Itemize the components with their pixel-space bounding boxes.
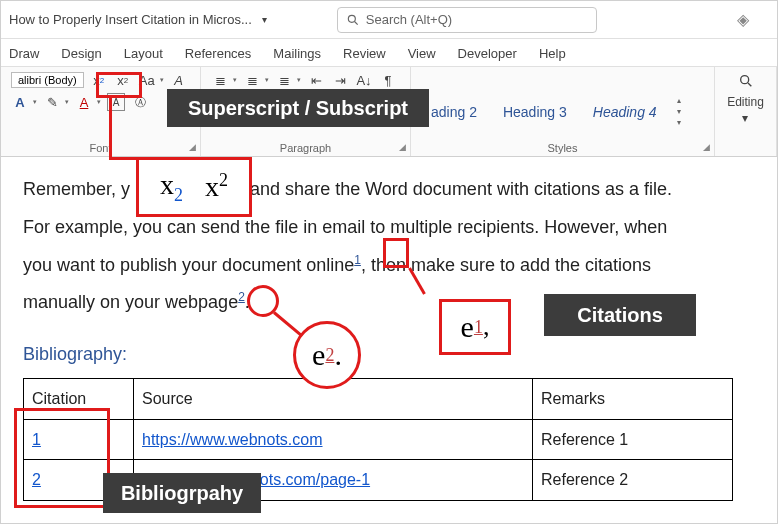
ribbon-tabs: Draw Design Layout References Mailings R…	[1, 39, 777, 67]
annot-label-biblio: Bibliogrpahy	[103, 473, 261, 513]
annot-box-e1	[383, 238, 409, 268]
chevron-down-icon: ▾	[97, 98, 101, 106]
svg-line-1	[355, 21, 358, 24]
editing-label: Editing	[727, 95, 764, 109]
remark: Reference 2	[533, 460, 733, 501]
dialog-launcher-icon[interactable]: ◢	[399, 142, 406, 152]
text-effects-icon[interactable]: A	[11, 93, 29, 111]
font-color-icon[interactable]: A	[75, 93, 93, 111]
search-icon	[346, 13, 360, 27]
title-dropdown-icon[interactable]: ▾	[262, 14, 267, 25]
style-heading2[interactable]: ading 2	[431, 104, 477, 120]
chevron-down-icon: ▾	[65, 98, 69, 106]
svg-point-0	[348, 15, 355, 22]
editing-group[interactable]: Editing ▾	[715, 67, 777, 156]
annot-label-citations: Citations	[544, 294, 696, 336]
svg-point-2	[740, 76, 748, 84]
styles-group: ading 2 Heading 3 Heading 4 ▴▾▾ Styles ◢	[411, 67, 715, 156]
tab-layout[interactable]: Layout	[124, 46, 163, 66]
show-marks-icon[interactable]: ¶	[379, 71, 397, 89]
bibliography-heading: Bibliography:	[23, 336, 755, 374]
paragraph-line: Remember, y and share the Word document …	[23, 171, 755, 209]
sort-icon[interactable]: A↓	[355, 71, 373, 89]
indent-left-icon[interactable]: ⇤	[307, 71, 325, 89]
col-remarks: Remarks	[533, 378, 733, 419]
annot-zoom-super-sub: x2 x2	[136, 157, 252, 217]
tab-view[interactable]: View	[408, 46, 436, 66]
annot-connector	[109, 98, 112, 160]
multilevel-icon[interactable]: ≣	[275, 71, 293, 89]
group-label-styles: Styles	[421, 140, 704, 154]
text-run: Remember, y	[23, 179, 130, 199]
citation-ref-1[interactable]: 1	[354, 253, 361, 267]
dialog-launcher-icon[interactable]: ◢	[189, 142, 196, 152]
search-placeholder: Search (Alt+Q)	[366, 12, 452, 27]
numbering-icon[interactable]: ≣	[243, 71, 261, 89]
text-run: manually on your webpage	[23, 292, 238, 312]
group-label-font: Font	[11, 140, 190, 154]
source-link[interactable]: bnots.com/page-1	[242, 471, 370, 488]
annot-label-super-sub: Superscript / Subscript	[167, 89, 429, 127]
tab-review[interactable]: Review	[343, 46, 386, 66]
group-label-paragraph: Paragraph	[211, 140, 400, 154]
chevron-down-icon: ▾	[33, 98, 37, 106]
text-run: you want to publish your document onlin	[23, 255, 344, 275]
zoom-x-sub: x2	[160, 169, 183, 206]
tab-draw[interactable]: Draw	[9, 46, 39, 66]
indent-right-icon[interactable]: ⇥	[331, 71, 349, 89]
highlight-icon[interactable]: ✎	[43, 93, 61, 111]
window-title: How to Properly Insert Citation in Micro…	[9, 12, 252, 27]
search-input[interactable]: Search (Alt+Q)	[337, 7, 597, 33]
style-heading3[interactable]: Heading 3	[503, 104, 567, 120]
find-icon	[738, 73, 754, 89]
annot-box-biblio	[14, 408, 110, 508]
bullets-icon[interactable]: ≣	[211, 71, 229, 89]
clear-formatting-icon[interactable]: A	[170, 71, 188, 89]
text-run: and share the Word document with citatio…	[250, 179, 672, 199]
table-row: 1 https://www.webnots.com Reference 1	[24, 419, 733, 460]
title-bar: How to Properly Insert Citation in Micro…	[1, 1, 777, 39]
annot-circle-e2	[247, 285, 279, 317]
dialog-launcher-icon[interactable]: ◢	[703, 142, 710, 152]
zoom-x-sup: x2	[205, 170, 228, 203]
styles-gallery-more[interactable]: ▴▾▾	[677, 96, 681, 127]
source-link[interactable]: https://www.webnots.com	[142, 431, 323, 448]
font-name-box[interactable]: alibri (Body)	[11, 72, 84, 88]
tab-developer[interactable]: Developer	[458, 46, 517, 66]
annot-zoom-e1: e1,	[439, 299, 511, 355]
annot-connector	[109, 157, 139, 160]
remark: Reference 1	[533, 419, 733, 460]
tab-references[interactable]: References	[185, 46, 251, 66]
tab-design[interactable]: Design	[61, 46, 101, 66]
annot-zoom-e2: e2.	[293, 321, 361, 389]
premium-icon[interactable]: ◈	[737, 10, 749, 29]
chevron-down-icon: ▾	[160, 76, 164, 84]
chevron-down-icon: ▾	[742, 111, 748, 125]
citation-ref-2[interactable]: 2	[238, 290, 245, 304]
style-heading4[interactable]: Heading 4	[593, 104, 657, 120]
text-run: e	[344, 255, 354, 275]
annot-box-super-sub-small	[96, 72, 142, 98]
table-header-row: Citation Source Remarks	[24, 378, 733, 419]
tab-help[interactable]: Help	[539, 46, 566, 66]
svg-line-3	[748, 83, 751, 86]
tab-mailings[interactable]: Mailings	[273, 46, 321, 66]
